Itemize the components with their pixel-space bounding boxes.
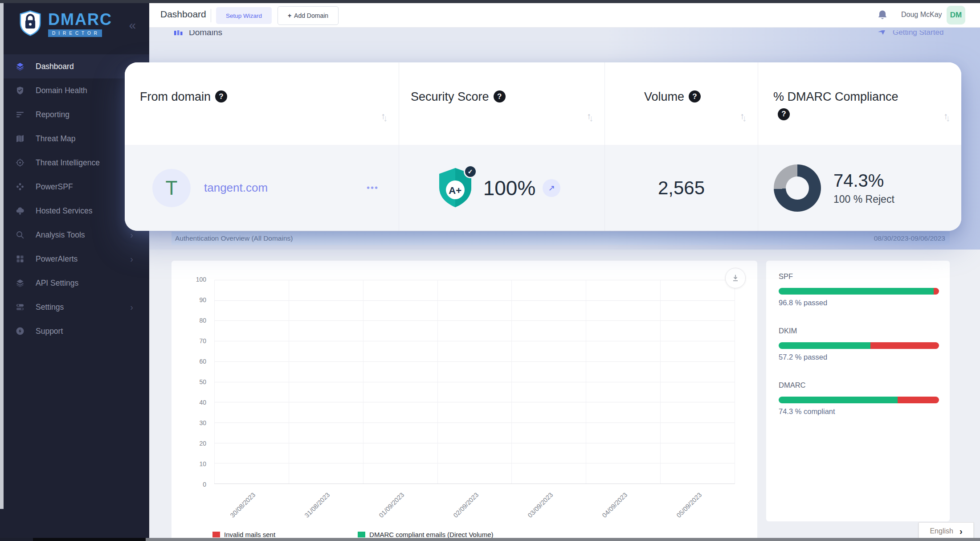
chevron-right-icon: ›	[960, 527, 963, 536]
stat-caption: 74.3 % compliant	[779, 407, 938, 416]
sidebar-item-support[interactable]: Support	[0, 319, 149, 343]
sidebar-collapse-icon[interactable]: «	[129, 19, 136, 32]
legend-item: DMARC compliant emails (Direct Volume)	[358, 531, 493, 538]
sidebar-item-settings[interactable]: Settings›	[0, 295, 149, 319]
sidebar-item-label: Reporting	[36, 110, 69, 119]
logo-text: DMARC DIRECTOR	[48, 12, 112, 37]
stat-progress-bar	[779, 288, 939, 295]
sidebar-item-api-settings[interactable]: API Settings	[0, 271, 149, 295]
window-top-edge	[0, 0, 980, 3]
stat-bar-fail	[898, 397, 939, 403]
stat-bar-pass	[779, 397, 898, 403]
domains-section-header: Domains	[173, 30, 289, 44]
stat-progress-bar	[779, 342, 939, 349]
getting-started-link[interactable]: Getting Started	[877, 30, 961, 44]
y-tick-label: 50	[199, 378, 206, 385]
compliance-info: 74.3% 100 % Reject	[833, 171, 894, 205]
column-label: % DMARC Compliance	[773, 90, 898, 103]
compliance-donut	[774, 164, 821, 212]
topbar: Dashboard Setup Wizard +Add Domain Doug …	[149, 3, 980, 28]
bottom-edge-left	[0, 538, 33, 541]
auth-overview-chart-card: 1009080706050403020100 30/08/202331/08/2…	[172, 261, 757, 541]
shield-check-icon	[15, 86, 25, 95]
cell-volume: 2,565	[604, 145, 758, 231]
bar-chart-icon	[173, 30, 184, 39]
y-tick-label: 0	[203, 481, 206, 488]
sidebar-item-label: Analysis Tools	[36, 230, 85, 240]
row-menu-icon[interactable]: •••	[367, 183, 379, 193]
language-selector[interactable]: English ›	[919, 522, 974, 540]
column-header-security-score: Security Score?↑↓	[399, 62, 604, 145]
sidebar-item-label: Support	[36, 327, 63, 336]
sort-icon[interactable]: ↑↓	[381, 110, 386, 123]
auth-overview-title: Authentication Overview (All Domains)	[175, 234, 293, 242]
legend-label: DMARC compliant emails (Direct Volume)	[369, 531, 493, 538]
logo: DMARC DIRECTOR «	[0, 3, 149, 38]
bell-icon[interactable]	[876, 9, 889, 21]
legend-swatch	[358, 532, 365, 537]
y-tick-label: 30	[199, 419, 206, 426]
avatar[interactable]: DM	[947, 6, 965, 25]
stat-bar-pass	[779, 342, 870, 349]
stat-dkim: DKIM57.2 % passed	[779, 327, 938, 361]
topbar-divider	[211, 9, 211, 22]
column-label: Volume	[644, 90, 684, 103]
cell-security-score: A+ ✓ 100% ↗	[399, 145, 604, 231]
target-icon	[15, 158, 25, 168]
bottom-edge-dark	[33, 538, 146, 541]
grade-label: A+	[437, 185, 474, 197]
dots-cluster-icon	[15, 182, 25, 192]
y-tick-label: 40	[199, 399, 206, 406]
help-icon[interactable]: ?	[689, 90, 701, 102]
open-score-button[interactable]: ↗	[543, 179, 560, 197]
stat-bar-fail	[870, 342, 939, 349]
chart-legend: Invalid mails sentDMARC compliant emails…	[212, 531, 576, 538]
toggles-icon	[15, 302, 25, 312]
sort-icon[interactable]: ↑↓	[587, 110, 592, 123]
help-icon[interactable]: ?	[778, 108, 790, 120]
sidebar-item-label: Settings	[36, 303, 64, 312]
chevron-right-icon: ›	[130, 302, 133, 312]
shield-lock-logo-icon	[19, 10, 42, 38]
sidebar-item-label: Dashboard	[36, 62, 74, 71]
setup-wizard-button[interactable]: Setup Wizard	[216, 7, 272, 24]
y-tick-label: 100	[196, 276, 206, 283]
map-icon	[15, 134, 25, 143]
chart-download-button[interactable]	[725, 268, 746, 288]
chart-plot-area	[214, 280, 735, 484]
sidebar-item-label: Hosted Services	[36, 206, 92, 216]
auth-overview-header: Authentication Overview (All Domains) 08…	[172, 232, 950, 245]
chevron-right-icon: ›	[130, 230, 133, 240]
add-domain-button[interactable]: +Add Domain	[278, 6, 339, 25]
stat-label: DMARC	[779, 381, 938, 389]
sort-icon[interactable]: ↑↓	[943, 110, 949, 123]
x-tick-label: 05/09/2023	[650, 491, 702, 541]
y-tick-label: 60	[199, 358, 206, 365]
domain-initial: T	[166, 177, 178, 199]
layers-icon	[15, 278, 25, 288]
help-icon[interactable]: ?	[215, 90, 227, 102]
help-icon[interactable]: ?	[494, 90, 506, 102]
x-tick-label: 04/09/2023	[576, 491, 628, 541]
volume-value: 2,565	[658, 177, 705, 199]
column-header-from-domain: From domain?↑↓	[125, 62, 399, 145]
compliance-percent: 74.3%	[833, 171, 894, 191]
bolt-circle-icon	[15, 326, 25, 336]
paper-plane-icon	[877, 30, 887, 39]
plus-icon: +	[288, 12, 291, 19]
domains-title: Domains	[189, 30, 222, 37]
bottom-scrollbar[interactable]	[146, 538, 980, 541]
sidebar-item-poweralerts[interactable]: PowerAlerts›	[0, 247, 149, 271]
domain-link[interactable]: tangent.com	[204, 181, 268, 195]
domain-summary-popup: From domain?↑↓Security Score?↑↓Volume?↑↓…	[125, 62, 961, 231]
sidebar-scrollbar[interactable]	[0, 3, 4, 509]
table-row: T tangent.com ••• A+ ✓ 100% ↗ 2,565 74.3…	[125, 145, 961, 231]
sort-icon[interactable]: ↑↓	[740, 110, 745, 123]
legend-item: Invalid mails sent	[212, 531, 275, 538]
sidebar-item-analysis-tools[interactable]: Analysis Tools›	[0, 223, 149, 247]
page-title: Dashboard	[160, 9, 206, 20]
column-header-volume: Volume?↑↓	[604, 62, 758, 145]
cloud-icon	[15, 206, 25, 216]
security-score-value: 100%	[483, 176, 536, 200]
magnifier-icon	[15, 230, 25, 240]
